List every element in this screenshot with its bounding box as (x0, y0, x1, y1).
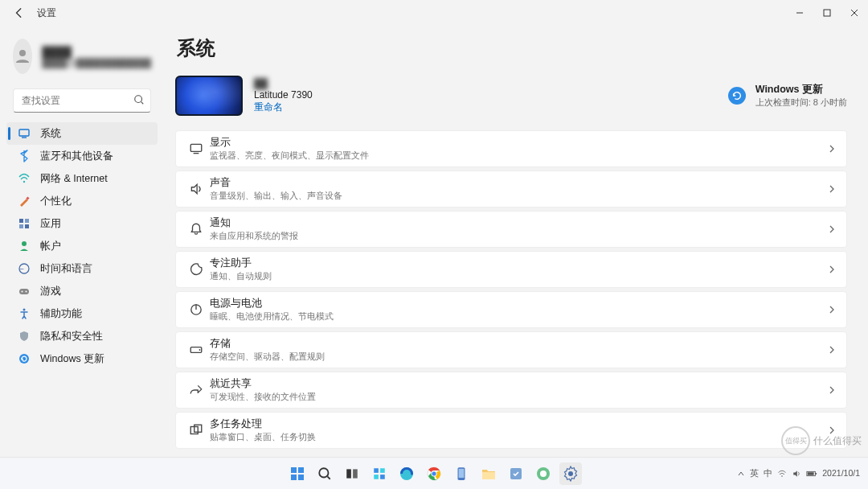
ime-mode[interactable]: 中 (764, 468, 772, 479)
notifications-icon (182, 222, 210, 236)
svg-rect-48 (459, 468, 465, 477)
volume-icon[interactable] (792, 469, 801, 479)
taskbar-date[interactable]: 2021/10/1 (822, 469, 860, 479)
taskbar-explorer[interactable] (477, 462, 500, 485)
wifi-icon[interactable] (777, 469, 787, 479)
close-button[interactable] (841, 0, 868, 26)
card-sound[interactable]: 声音 音量级别、输出、输入、声音设备 (175, 171, 847, 208)
window-title: 设置 (37, 6, 56, 20)
svg-rect-11 (19, 219, 23, 223)
svg-point-5 (135, 96, 142, 103)
svg-line-35 (327, 476, 330, 479)
chevron-right-icon (827, 345, 837, 355)
sound-icon (182, 182, 210, 196)
taskbar-chrome[interactable] (423, 462, 445, 485)
taskbar: 英 中 2021/10/1 (0, 457, 868, 489)
svg-point-19 (26, 291, 27, 293)
nav-label: 蓝牙和其他设备 (40, 150, 113, 163)
svg-rect-40 (374, 475, 379, 479)
titlebar: 设置 (0, 0, 868, 26)
cards: 显示 监视器、亮度、夜间模式、显示配置文件 声音 音量级别、输出、输入、声音设备… (175, 130, 847, 449)
card-sub: 来自应用和系统的警报 (210, 231, 298, 242)
search-wrap (13, 88, 151, 113)
personalization-icon (18, 195, 31, 208)
nav-item-time[interactable]: 时间和语言 (6, 257, 158, 280)
svg-rect-36 (346, 469, 351, 478)
taskbar-edge[interactable] (395, 462, 418, 485)
card-multitask[interactable]: 多任务处理 贴靠窗口、桌面、任务切换 (175, 412, 847, 449)
user-block[interactable]: ████ ████@████████████ (6, 29, 158, 88)
card-storage[interactable]: 存储 存储空间、驱动器、配置规则 (175, 331, 847, 368)
taskbar-phone[interactable] (450, 462, 473, 485)
device-thumbnail[interactable] (175, 76, 243, 116)
card-title: 声音 (210, 176, 342, 190)
nav-label: 个性化 (40, 195, 72, 208)
svg-point-34 (319, 468, 328, 477)
device-header: ██ Latitude 7390 重命名 Windows 更新 上次检查时间: … (175, 76, 847, 116)
svg-point-18 (22, 291, 23, 293)
back-button[interactable] (13, 6, 26, 19)
ime-indicator[interactable]: 英 (750, 468, 759, 479)
search-input[interactable] (13, 88, 151, 113)
taskbar-widgets[interactable] (368, 462, 391, 485)
rename-link[interactable]: 重命名 (254, 101, 313, 114)
sidebar: ████ ████@████████████ 系统蓝牙和其他设备网络 & Int… (0, 26, 161, 457)
accounts-icon (18, 240, 31, 253)
card-sub: 音量级别、输出、输入、声音设备 (210, 191, 342, 202)
maximize-button[interactable] (813, 0, 841, 26)
nav-label: 隐私和安全性 (40, 330, 103, 343)
svg-rect-12 (25, 219, 29, 223)
chevron-right-icon (827, 305, 837, 314)
user-info: ████ ████@████████████ (42, 46, 151, 68)
nav-item-update[interactable]: Windows 更新 (6, 347, 158, 370)
nav-label: 系统 (40, 127, 61, 141)
update-sub: 上次检查时间: 8 小时前 (755, 97, 847, 109)
power-icon (182, 302, 210, 317)
card-sub: 贴靠窗口、桌面、任务切换 (210, 432, 316, 443)
taskbar-settings[interactable] (559, 462, 582, 485)
card-title: 多任务处理 (210, 417, 316, 431)
nav-label: 应用 (40, 217, 61, 231)
tray: 英 中 2021/10/1 (737, 468, 860, 479)
nav-label: Windows 更新 (40, 352, 104, 366)
device-model: Latitude 7390 (254, 89, 313, 101)
card-power[interactable]: 电源与电池 睡眠、电池使用情况、节电模式 (175, 291, 847, 328)
svg-rect-1 (824, 10, 830, 16)
avatar (13, 39, 32, 74)
display-icon (182, 142, 210, 156)
svg-rect-33 (298, 475, 304, 480)
system-icon (18, 127, 31, 140)
battery-icon[interactable] (806, 470, 817, 478)
nav-item-network[interactable]: 网络 & Internet (6, 167, 158, 190)
minimize-button[interactable] (786, 0, 813, 26)
gaming-icon (18, 285, 31, 298)
nav-item-accounts[interactable]: 帐户 (6, 235, 158, 257)
card-share[interactable]: 就近共享 可发现性、接收的文件位置 (175, 372, 847, 409)
taskbar-start[interactable] (286, 462, 309, 485)
nav-item-privacy[interactable]: 隐私和安全性 (6, 325, 158, 347)
nav-item-accessibility[interactable]: 辅助功能 (6, 302, 158, 325)
taskbar-search[interactable] (313, 462, 336, 485)
card-sub: 通知、自动规则 (210, 271, 272, 282)
nav-item-bluetooth[interactable]: 蓝牙和其他设备 (6, 145, 158, 167)
nav-item-apps[interactable]: 应用 (6, 212, 158, 235)
card-display[interactable]: 显示 监视器、亮度、夜间模式、显示配置文件 (175, 130, 847, 167)
nav-label: 网络 & Internet (40, 172, 108, 186)
nav-label: 时间和语言 (40, 262, 92, 276)
taskbar-taskview[interactable] (341, 462, 363, 485)
nav-item-gaming[interactable]: 游戏 (6, 280, 158, 302)
card-focus[interactable]: 专注助手 通知、自动规则 (175, 251, 847, 288)
svg-rect-49 (482, 472, 495, 479)
taskbar-tool2[interactable] (532, 462, 555, 485)
nav-item-system[interactable]: 系统 (6, 122, 158, 145)
taskbar-tool1[interactable] (505, 462, 527, 485)
card-notifications[interactable]: 通知 来自应用和系统的警报 (175, 211, 847, 248)
svg-point-21 (19, 354, 29, 364)
chevron-up-icon[interactable] (737, 470, 745, 478)
update-icon (18, 352, 31, 365)
card-title: 通知 (210, 216, 298, 230)
apps-icon (18, 217, 31, 230)
windows-update-banner[interactable]: Windows 更新 上次检查时间: 8 小时前 (728, 83, 847, 109)
nav-item-personalization[interactable]: 个性化 (6, 190, 158, 212)
chevron-right-icon (827, 144, 837, 154)
